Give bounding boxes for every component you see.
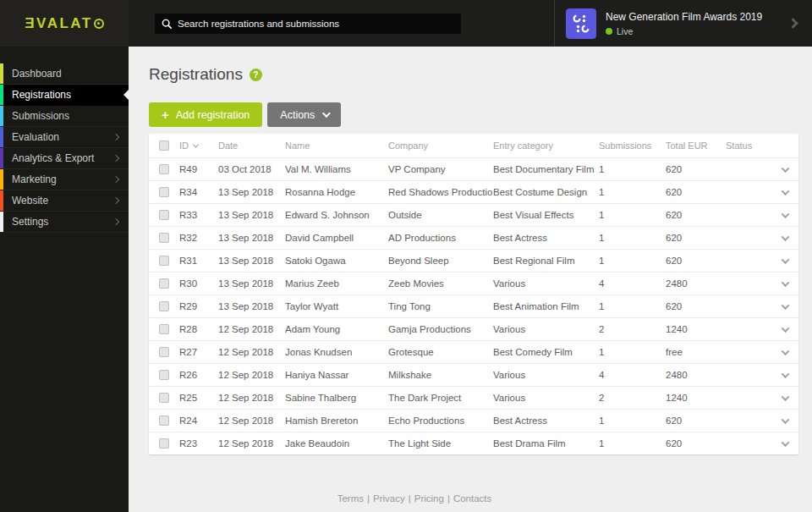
table-row[interactable]: R34 13 Sep 2018 Rosanna Hodge Red Shadow… xyxy=(149,180,798,203)
sidebar-item-website[interactable]: Website xyxy=(0,190,129,212)
row-expand-chevron-icon[interactable] xyxy=(782,347,790,355)
cell-category: Best Visual Effects xyxy=(493,210,599,220)
sidebar-item-evaluation[interactable]: Evaluation xyxy=(0,127,129,148)
row-checkbox[interactable] xyxy=(159,278,169,289)
row-expand-chevron-icon[interactable] xyxy=(782,164,790,173)
row-checkbox[interactable] xyxy=(159,301,169,311)
actions-label: Actions xyxy=(280,109,315,121)
evalato-logo[interactable]: ƎVALAT xyxy=(25,15,103,32)
row-checkbox[interactable] xyxy=(159,233,169,243)
event-selector[interactable]: New Generation Film Awards 2019 Live xyxy=(554,0,812,47)
table-row[interactable]: R30 13 Sep 2018 Marius Zeeb Zeeb Movies … xyxy=(149,272,798,295)
table-row[interactable]: R24 12 Sep 2018 Hamish Brereton Echo Pro… xyxy=(149,409,798,432)
row-checkbox[interactable] xyxy=(159,210,169,220)
sidebar-item-registrations[interactable]: Registrations xyxy=(0,85,129,106)
header-date[interactable]: Date xyxy=(218,140,285,151)
cell-company: AD Productions xyxy=(388,233,493,243)
row-checkbox[interactable] xyxy=(159,438,169,449)
table-row[interactable]: R31 13 Sep 2018 Satoki Ogawa Beyond Slee… xyxy=(149,249,798,272)
table-row[interactable]: R26 12 Sep 2018 Haniya Nassar Milkshake … xyxy=(149,363,798,386)
next-event-chevron-icon[interactable] xyxy=(787,18,798,29)
cell-category: Best Documentary Film xyxy=(493,164,599,174)
table-header-row: ID Date Name Company Entry category Subm… xyxy=(149,134,798,157)
row-checkbox[interactable] xyxy=(159,164,169,174)
chevron-right-icon xyxy=(112,134,119,140)
table-row[interactable]: R28 12 Sep 2018 Adam Young Gamja Product… xyxy=(149,317,798,340)
table-row[interactable]: R33 13 Sep 2018 Edward S. Johnson Outsid… xyxy=(149,203,798,226)
toolbar: + Add registration Actions xyxy=(149,102,798,127)
table-row[interactable]: R32 13 Sep 2018 David Campbell AD Produc… xyxy=(149,226,798,249)
table-row[interactable]: R27 12 Sep 2018 Jonas Knudsen Grotesque … xyxy=(149,340,798,363)
cell-date: 12 Sep 2018 xyxy=(218,347,285,357)
header-total[interactable]: Total EUR xyxy=(666,140,726,151)
row-expand-chevron-icon[interactable] xyxy=(782,278,790,287)
chevron-down-icon xyxy=(322,109,331,118)
help-icon[interactable]: ? xyxy=(250,69,262,81)
actions-button[interactable]: Actions xyxy=(267,102,341,127)
table-row[interactable]: R29 13 Sep 2018 Taylor Wyatt Ting Tong B… xyxy=(149,295,798,317)
nav-color-strip xyxy=(0,212,3,232)
row-checkbox[interactable] xyxy=(159,187,169,197)
cell-date: 13 Sep 2018 xyxy=(218,187,285,197)
footer-link-terms[interactable]: Terms xyxy=(337,493,364,504)
sidebar-item-marketing[interactable]: Marketing xyxy=(0,169,129,190)
header-submissions[interactable]: Submissions xyxy=(599,140,666,151)
cell-date: 13 Sep 2018 xyxy=(218,210,285,220)
sidebar-item-submissions[interactable]: Submissions xyxy=(0,106,129,127)
row-checkbox[interactable] xyxy=(159,393,169,403)
cell-id: R31 xyxy=(179,256,218,266)
footer-link-privacy[interactable]: Privacy xyxy=(373,493,405,504)
footer-divider: | xyxy=(367,493,370,504)
cell-company: Beyond Sleep xyxy=(388,256,493,266)
cell-submissions: 4 xyxy=(599,278,666,289)
sidebar-item-analytics-export[interactable]: Analytics & Export xyxy=(0,148,129,169)
sidebar-item-settings[interactable]: Settings xyxy=(0,212,129,233)
cell-id: R30 xyxy=(179,278,218,289)
row-expand-chevron-icon[interactable] xyxy=(782,393,790,401)
cell-id: R29 xyxy=(179,301,218,311)
row-expand-chevron-icon[interactable] xyxy=(782,438,790,447)
sidebar-item-label: Evaluation xyxy=(12,131,113,143)
row-checkbox[interactable] xyxy=(159,370,169,380)
row-checkbox[interactable] xyxy=(159,347,169,357)
add-registration-button[interactable]: + Add registration xyxy=(149,102,262,127)
header-name[interactable]: Name xyxy=(285,140,388,151)
row-expand-chevron-icon[interactable] xyxy=(782,210,790,218)
cell-company: Ting Tong xyxy=(388,301,493,311)
row-expand-chevron-icon[interactable] xyxy=(782,256,790,264)
table-row[interactable]: R23 12 Sep 2018 Jake Beaudoin The Light … xyxy=(149,432,798,454)
cell-date: 12 Sep 2018 xyxy=(218,438,285,449)
header-id[interactable]: ID xyxy=(179,140,189,151)
row-expand-chevron-icon[interactable] xyxy=(782,233,790,241)
row-expand-chevron-icon[interactable] xyxy=(782,324,790,333)
search-icon xyxy=(162,19,172,29)
cell-total: 620 xyxy=(666,164,726,174)
row-expand-chevron-icon[interactable] xyxy=(782,370,790,378)
logo-area: ƎVALAT xyxy=(0,0,129,47)
row-expand-chevron-icon[interactable] xyxy=(782,301,790,310)
row-expand-chevron-icon[interactable] xyxy=(782,187,790,195)
table-row[interactable]: R25 12 Sep 2018 Sabine Thalberg The Dark… xyxy=(149,386,798,409)
table-row[interactable]: R49 03 Oct 2018 Val M. Williams VP Compa… xyxy=(149,157,798,180)
sidebar-item-dashboard[interactable]: Dashboard xyxy=(0,63,129,85)
row-checkbox[interactable] xyxy=(159,416,169,426)
cell-total: 1240 xyxy=(666,393,726,403)
header-company[interactable]: Company xyxy=(388,140,493,151)
footer-link-contacts[interactable]: Contacts xyxy=(453,493,491,504)
sort-chevron-icon[interactable] xyxy=(193,141,199,147)
search-box[interactable] xyxy=(155,14,461,34)
cell-submissions: 2 xyxy=(599,324,666,334)
search-input[interactable] xyxy=(178,19,454,29)
cell-company: Gamja Productions xyxy=(388,324,493,334)
row-checkbox[interactable] xyxy=(159,324,169,334)
row-expand-chevron-icon[interactable] xyxy=(782,416,790,424)
row-checkbox[interactable] xyxy=(159,256,169,266)
cell-category: Various xyxy=(493,278,599,289)
header-status[interactable]: Status xyxy=(726,140,771,151)
header-category[interactable]: Entry category xyxy=(493,140,599,151)
footer-link-pricing[interactable]: Pricing xyxy=(414,493,444,504)
cell-company: VP Company xyxy=(388,164,493,174)
cell-category: Best Comedy Film xyxy=(493,347,599,357)
table-body: R49 03 Oct 2018 Val M. Williams VP Compa… xyxy=(149,157,798,454)
select-all-checkbox[interactable] xyxy=(159,140,169,151)
